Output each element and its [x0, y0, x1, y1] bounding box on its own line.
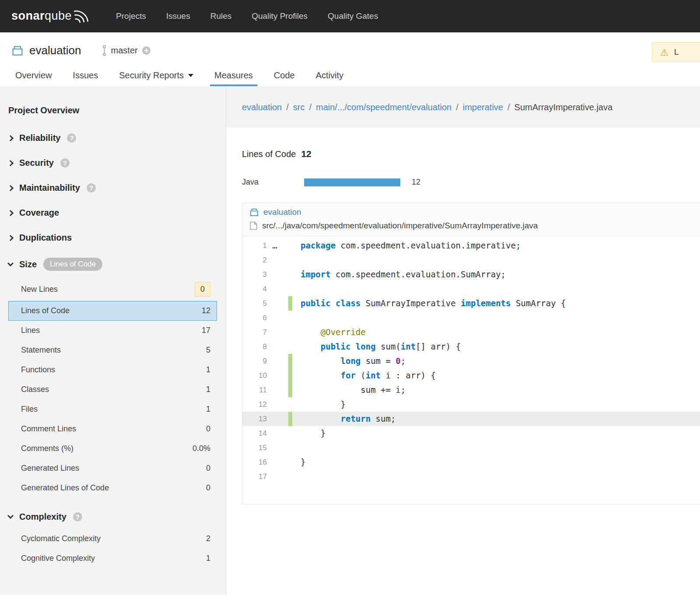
section-badge: Lines of Code: [43, 258, 102, 271]
project-name[interactable]: evaluation: [29, 44, 81, 57]
topnav-item-projects[interactable]: Projects: [106, 0, 156, 32]
topnav-item-issues[interactable]: Issues: [156, 0, 200, 32]
line-number[interactable]: 9: [242, 354, 267, 368]
code-line: 16}: [242, 455, 700, 469]
line-ellipsis-empty: [267, 397, 283, 412]
language-breakdown-row: Java 12: [242, 178, 700, 187]
tab-issues[interactable]: Issues: [68, 66, 102, 86]
measure-row-functions[interactable]: Functions1: [8, 360, 217, 380]
measure-row-new-lines[interactable]: New Lines0: [8, 278, 217, 301]
coverage-indicator-empty: [288, 325, 292, 339]
line-ellipsis-empty: [267, 267, 283, 282]
help-icon[interactable]: ?: [87, 183, 96, 192]
line-number[interactable]: 11: [242, 383, 267, 397]
tab-measures[interactable]: Measures: [210, 66, 257, 86]
measure-row-cyclomatic-complexity[interactable]: Cyclomatic Complexity2: [8, 529, 217, 549]
help-icon[interactable]: ?: [67, 133, 76, 143]
breadcrumb-item-imperative[interactable]: imperative: [463, 102, 503, 112]
line-number[interactable]: 4: [242, 282, 267, 296]
warning-badge[interactable]: ⚠ L: [652, 42, 700, 62]
source-project-link[interactable]: evaluation: [263, 207, 301, 217]
line-number[interactable]: 6: [242, 311, 267, 325]
help-icon[interactable]: ?: [73, 512, 82, 521]
line-ellipsis-empty: [267, 339, 283, 354]
line-number[interactable]: 16: [242, 455, 267, 469]
line-number[interactable]: 1: [242, 238, 267, 253]
line-number[interactable]: 8: [242, 339, 267, 354]
line-number[interactable]: 2: [242, 253, 267, 267]
coverage-indicator-empty: [288, 267, 292, 282]
line-number[interactable]: 13: [242, 412, 267, 426]
sidebar-section-reliability[interactable]: Reliability?: [8, 126, 217, 150]
measure-row-cognitive-complexity[interactable]: Cognitive Complexity1: [8, 549, 217, 568]
measure-row-generated-lines-of-code[interactable]: Generated Lines of Code0: [8, 478, 217, 498]
chevron-right-icon: [7, 160, 14, 166]
language-label: Java: [242, 178, 304, 187]
code-line: 3import com.speedment.evaluation.SumArra…: [242, 267, 700, 282]
line-number[interactable]: 3: [242, 267, 267, 282]
measure-label: Cyclomatic Complexity: [21, 534, 101, 543]
tab-security-reports[interactable]: Security Reports: [115, 66, 198, 86]
chevron-down-icon: [188, 74, 193, 77]
measure-row-statements[interactable]: Statements5: [8, 340, 217, 360]
code-text: [292, 441, 700, 455]
breadcrumb-separator: /: [309, 102, 312, 112]
measure-row-generated-lines[interactable]: Generated Lines0: [8, 458, 217, 478]
code-viewer: 1…package com.speedment.evaluation.imper…: [242, 236, 700, 497]
breadcrumb-item-src[interactable]: src: [293, 102, 305, 112]
line-number[interactable]: 15: [242, 441, 267, 455]
add-branch-icon[interactable]: [142, 46, 151, 55]
line-ellipsis-icon[interactable]: …: [267, 238, 283, 253]
line-number[interactable]: 14: [242, 426, 267, 441]
sonarqube-logo[interactable]: sonarqube: [11, 9, 90, 23]
measure-value: 17: [202, 326, 210, 335]
line-number[interactable]: 17: [242, 469, 267, 484]
breadcrumb-item-evaluation[interactable]: evaluation: [242, 102, 282, 112]
sidebar-section-size[interactable]: SizeLines of Code: [8, 251, 217, 278]
sidebar-section-maintainability[interactable]: Maintainability?: [8, 176, 217, 200]
chevron-down-icon: [7, 513, 14, 519]
line-ellipsis-empty: [267, 282, 283, 296]
measure-value: 2: [206, 534, 210, 543]
topnav-item-quality-gates[interactable]: Quality Gates: [318, 0, 388, 32]
code-text: @Override: [292, 325, 700, 339]
measure-label: Files: [21, 405, 38, 414]
measure-row-comments[interactable]: Comments (%)0.0%: [8, 439, 217, 458]
line-number[interactable]: 7: [242, 325, 267, 339]
coverage-indicator: [288, 368, 292, 383]
chevron-right-icon: [7, 210, 14, 216]
line-number[interactable]: 12: [242, 397, 267, 412]
measure-row-classes[interactable]: Classes1: [8, 380, 217, 399]
sidebar-section-coverage[interactable]: Coverage: [8, 201, 217, 225]
measure-value: 0: [206, 424, 210, 434]
sidebar-section-security[interactable]: Security?: [8, 151, 217, 175]
help-icon[interactable]: ?: [60, 158, 70, 168]
measure-value: 1: [206, 405, 210, 414]
line-ellipsis-empty: [267, 469, 283, 484]
measure-value: 0: [206, 483, 210, 493]
topnav-item-rules[interactable]: Rules: [200, 0, 242, 32]
measure-label: Generated Lines of Code: [21, 483, 109, 493]
sidebar-section-duplications[interactable]: Duplications: [8, 226, 217, 250]
measure-row-comment-lines[interactable]: Comment Lines0: [8, 419, 217, 439]
code-text: return sum;: [292, 412, 700, 426]
line-number[interactable]: 10: [242, 368, 267, 383]
sidebar-sections: Reliability?Security?Maintainability?Cov…: [8, 126, 217, 568]
code-text: }: [292, 397, 700, 412]
measure-list: Cyclomatic Complexity2Cognitive Complexi…: [8, 529, 217, 568]
tab-activity[interactable]: Activity: [312, 66, 348, 86]
sidebar-section-complexity[interactable]: Complexity?: [8, 505, 217, 529]
tab-code[interactable]: Code: [270, 66, 299, 86]
measure-row-lines[interactable]: Lines17: [8, 321, 217, 340]
branch-selector[interactable]: master: [102, 45, 151, 56]
line-ellipsis-empty: [267, 296, 283, 311]
topnav-item-quality-profiles[interactable]: Quality Profiles: [242, 0, 318, 32]
breadcrumb: evaluation/src/main/.../com/speedment/ev…: [226, 86, 700, 128]
measure-row-files[interactable]: Files1: [8, 399, 217, 419]
breadcrumb-item-main-com-speedment-evaluation[interactable]: main/.../com/speedment/evaluation: [316, 102, 452, 112]
measure-label: Lines: [21, 326, 40, 335]
tab-overview[interactable]: Overview: [11, 66, 56, 86]
measure-row-lines-of-code[interactable]: Lines of Code12: [8, 301, 217, 321]
line-number[interactable]: 5: [242, 296, 267, 311]
code-text: [292, 469, 700, 484]
